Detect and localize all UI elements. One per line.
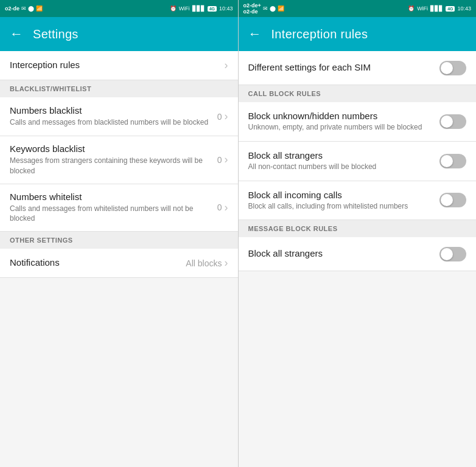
carrier-label: o2-de: [5, 5, 19, 12]
status-bar-left-icons: o2-de ✉ ⬤ 📶: [5, 5, 43, 12]
toggle-block-unknown[interactable]: [439, 114, 466, 129]
toggle-block-strangers-msg[interactable]: [439, 247, 466, 261]
item-text-keywords-blacklist: Keywords blacklist Messages from strange…: [10, 144, 210, 176]
item-subtitle-block-incoming: Block all calls, including from whitelis…: [248, 201, 433, 212]
item-title-block-strangers-calls: Block all strangers: [248, 150, 433, 161]
item-title-different-settings: Different settings for each SIM: [248, 62, 433, 72]
item-title-numbers-blacklist: Numbers blacklist: [10, 105, 210, 116]
list-item-numbers-whitelist[interactable]: Numbers whitelist Calls and messages fro…: [0, 184, 238, 232]
signal-icon-right: 📶: [278, 5, 284, 12]
item-block-strangers-msg[interactable]: Block all strangers: [239, 237, 477, 271]
signal-icon: 📶: [36, 5, 43, 12]
time-display-right: 10:43: [457, 5, 471, 12]
item-title-interception: Interception rules: [10, 60, 217, 70]
section-header-message-block: Message block rules: [239, 220, 477, 237]
back-button-right[interactable]: ←: [248, 26, 262, 42]
item-text-notifications: Notifications: [10, 257, 178, 269]
item-block-incoming[interactable]: Block all incoming calls Block all calls…: [239, 181, 477, 221]
item-subtitle-block-strangers-calls: All non-contact numbers will be blocked: [248, 162, 433, 172]
wifi-icon-right: WiFi: [417, 5, 428, 12]
item-title-keywords-blacklist: Keywords blacklist: [10, 144, 210, 154]
time-display: 10:43: [219, 5, 233, 12]
item-text-interception: Interception rules: [10, 60, 217, 72]
item-subtitle-numbers-whitelist: Calls and messages from whitelisted numb…: [10, 204, 210, 224]
section-header-other: OTHER SETTINGS: [0, 232, 238, 249]
chevron-icon-notifications: ›: [225, 257, 228, 269]
chevron-icon-keywords-blacklist: ›: [225, 153, 228, 166]
status-bar-right: o2-de+o2-de ✉ ⬤ 📶 ⏰ WiFi ▊▊▊ 4G 10:43: [239, 0, 477, 17]
toggle-different-settings[interactable]: [439, 61, 466, 75]
alarm-icon-right: ⏰: [408, 5, 415, 12]
item-right-notifications: All blocks ›: [186, 257, 228, 269]
item-different-settings[interactable]: Different settings for each SIM: [239, 51, 477, 85]
item-right-interception: ›: [225, 59, 228, 72]
mail-icon: ✉: [21, 5, 26, 12]
status-bar-right-right-icons: ⏰ WiFi ▊▊▊ 4G 10:43: [408, 5, 471, 12]
toggle-block-strangers-calls[interactable]: [439, 154, 466, 168]
network-badge-right: 4G: [446, 6, 455, 12]
item-subtitle-block-unknown: Unknown, empty, and private numbers will…: [248, 122, 433, 133]
item-right-numbers-whitelist: 0 ›: [217, 201, 228, 214]
item-title-numbers-whitelist: Numbers whitelist: [10, 192, 210, 202]
item-right-numbers-blacklist: 0 ›: [217, 110, 228, 123]
section-header-blacklist: BLACKLIST/WHITELIST: [0, 80, 238, 97]
status-bar-right-icons: ⏰ WiFi ▊▊▊ 4G 10:43: [170, 5, 233, 12]
toggle-block-incoming[interactable]: [439, 193, 466, 207]
count-keywords-blacklist: 0: [217, 155, 222, 165]
item-block-unknown[interactable]: Block unknown/hidden numbers Unknown, em…: [239, 102, 477, 142]
status-bar-right-left-icons: o2-de+o2-de ✉ ⬤ 📶: [243, 2, 284, 15]
network-badge: 4G: [208, 6, 217, 12]
status-bar-left: o2-de ✉ ⬤ 📶 ⏰ WiFi ▊▊▊ 4G 10:43: [0, 0, 238, 17]
item-title-block-unknown: Block unknown/hidden numbers: [248, 111, 433, 121]
section-header-call-block: Call block rules: [239, 85, 477, 102]
alarm-icon: ⏰: [170, 5, 177, 12]
item-right-keywords-blacklist: 0 ›: [217, 153, 228, 166]
count-numbers-blacklist: 0: [217, 112, 222, 122]
item-text-block-strangers-calls: Block all strangers All non-contact numb…: [248, 150, 433, 172]
item-text-numbers-blacklist: Numbers blacklist Calls and messages fro…: [10, 105, 210, 128]
item-subtitle-numbers-blacklist: Calls and messages from blacklisted numb…: [10, 117, 210, 128]
list-item-numbers-blacklist[interactable]: Numbers blacklist Calls and messages fro…: [0, 97, 238, 136]
signal-bars-icon-right: ▊▊▊: [430, 5, 443, 12]
right-panel: o2-de+o2-de ✉ ⬤ 📶 ⏰ WiFi ▊▊▊ 4G 10:43 ← …: [239, 0, 477, 467]
list-item-interception-rules[interactable]: Interception rules ›: [0, 51, 238, 80]
list-item-keywords-blacklist[interactable]: Keywords blacklist Messages from strange…: [0, 136, 238, 184]
left-panel: o2-de ✉ ⬤ 📶 ⏰ WiFi ▊▊▊ 4G 10:43 ← Settin…: [0, 0, 238, 467]
item-text-different-settings: Different settings for each SIM: [248, 62, 433, 74]
interception-content: Different settings for each SIM Call blo…: [239, 51, 477, 467]
chevron-icon-numbers-whitelist: ›: [225, 201, 228, 214]
chevron-icon-interception: ›: [225, 59, 228, 72]
carrier-label-right: o2-de+o2-de: [243, 2, 261, 15]
notifications-value: All blocks: [186, 258, 222, 268]
item-title-block-incoming: Block all incoming calls: [248, 190, 433, 200]
back-button-left[interactable]: ←: [10, 26, 23, 42]
page-title-right: Interception rules: [271, 27, 368, 41]
chevron-icon-numbers-blacklist: ›: [225, 110, 228, 123]
item-text-block-incoming: Block all incoming calls Block all calls…: [248, 190, 433, 212]
app-bar-right: ← Interception rules: [239, 17, 477, 51]
item-text-block-unknown: Block unknown/hidden numbers Unknown, em…: [248, 111, 433, 133]
signal-bars-icon: ▊▊▊: [192, 5, 205, 12]
item-block-strangers-calls[interactable]: Block all strangers All non-contact numb…: [239, 142, 477, 181]
settings-content: Interception rules › BLACKLIST/WHITELIST…: [0, 51, 238, 467]
whatsapp-icon: ⬤: [28, 5, 34, 12]
item-text-block-strangers-msg: Block all strangers: [248, 248, 433, 260]
wifi-icon: WiFi: [179, 5, 190, 12]
app-bar-left: ← Settings: [0, 17, 238, 51]
whatsapp-icon-right: ⬤: [270, 5, 276, 12]
count-numbers-whitelist: 0: [217, 202, 222, 212]
item-subtitle-keywords-blacklist: Messages from strangers containing these…: [10, 156, 210, 176]
page-title-left: Settings: [33, 27, 79, 41]
mail-icon-right: ✉: [263, 5, 268, 12]
list-item-notifications[interactable]: Notifications All blocks ›: [0, 249, 238, 278]
item-title-notifications: Notifications: [10, 257, 178, 268]
item-title-block-strangers-msg: Block all strangers: [248, 248, 433, 258]
item-text-numbers-whitelist: Numbers whitelist Calls and messages fro…: [10, 192, 210, 224]
